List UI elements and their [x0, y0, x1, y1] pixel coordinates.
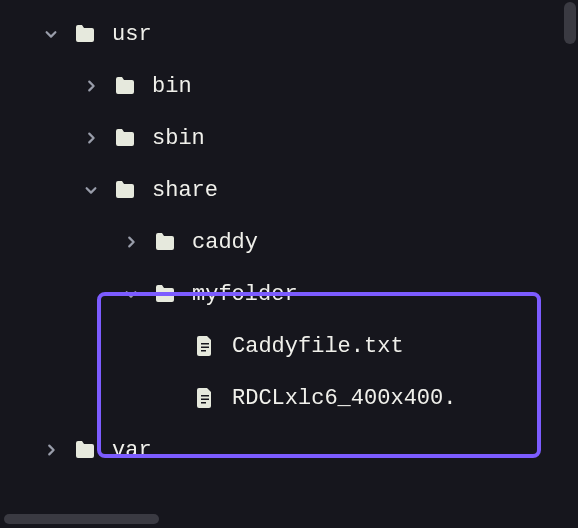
- folder-icon: [72, 21, 98, 47]
- svg-rect-4: [201, 399, 209, 401]
- vertical-scrollbar[interactable]: [564, 2, 576, 44]
- tree-item-label: usr: [112, 22, 152, 47]
- tree-row-caddyfile[interactable]: Caddyfile.txt: [0, 320, 578, 372]
- folder-icon: [112, 125, 138, 151]
- folder-icon: [152, 229, 178, 255]
- chevron-down-icon: [42, 25, 60, 43]
- chevron-right-icon: [122, 233, 140, 251]
- tree-item-label: Caddyfile.txt: [232, 334, 404, 359]
- folder-icon: [72, 437, 98, 463]
- svg-rect-1: [201, 347, 209, 349]
- tree-item-label: share: [152, 178, 218, 203]
- horizontal-scrollbar[interactable]: [4, 514, 159, 524]
- tree-row-caddy[interactable]: caddy: [0, 216, 578, 268]
- tree-row-bin[interactable]: bin: [0, 60, 578, 112]
- file-icon: [192, 385, 218, 411]
- tree-item-label: var: [112, 438, 152, 463]
- tree-row-var[interactable]: var: [0, 424, 578, 476]
- tree-row-rdcl[interactable]: RDCLxlc6_400x400.: [0, 372, 578, 424]
- chevron-down-icon: [82, 181, 100, 199]
- folder-icon: [152, 281, 178, 307]
- tree-row-usr[interactable]: usr: [0, 8, 578, 60]
- folder-icon: [112, 177, 138, 203]
- tree-item-label: RDCLxlc6_400x400.: [232, 386, 456, 411]
- svg-rect-2: [201, 350, 206, 352]
- chevron-down-icon: [122, 285, 140, 303]
- folder-icon: [112, 73, 138, 99]
- tree-row-myfolder[interactable]: myfolder: [0, 268, 578, 320]
- file-tree: usr bin sbin share c: [0, 0, 578, 484]
- chevron-right-icon: [82, 77, 100, 95]
- file-icon: [192, 333, 218, 359]
- tree-item-label: sbin: [152, 126, 205, 151]
- tree-item-label: bin: [152, 74, 192, 99]
- chevron-right-icon: [82, 129, 100, 147]
- tree-row-share[interactable]: share: [0, 164, 578, 216]
- chevron-right-icon: [42, 441, 60, 459]
- svg-rect-3: [201, 395, 209, 397]
- svg-rect-5: [201, 402, 206, 404]
- chevron-placeholder: [162, 337, 180, 355]
- tree-row-sbin[interactable]: sbin: [0, 112, 578, 164]
- tree-item-label: myfolder: [192, 282, 298, 307]
- svg-rect-0: [201, 343, 209, 345]
- tree-item-label: caddy: [192, 230, 258, 255]
- chevron-placeholder: [162, 389, 180, 407]
